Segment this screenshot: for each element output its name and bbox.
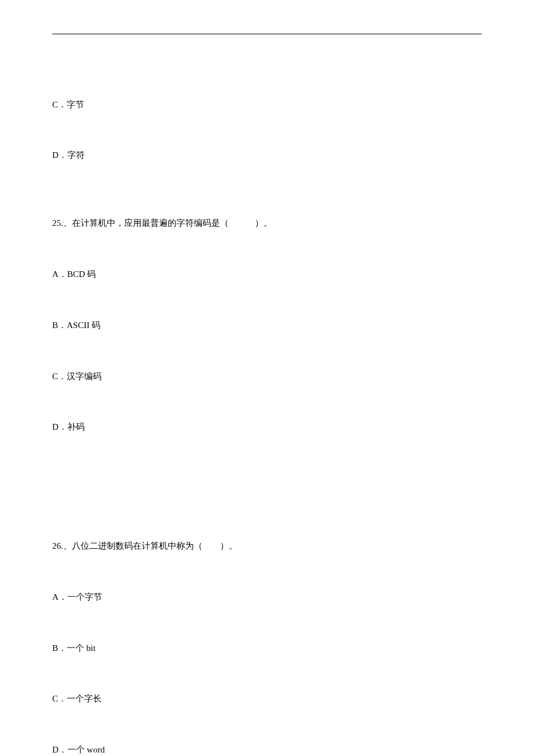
- header-rule: [52, 34, 482, 34]
- orphan-option-c: C．字节: [52, 96, 482, 113]
- question-26-option-b: B．一个 bit: [52, 640, 482, 657]
- question-25-stem: 25.、在计算机中，应用最普遍的字符编码是（ ）。: [52, 215, 482, 232]
- question-26-stem: 26.、八位二进制数码在计算机中称为（ ）。: [52, 538, 482, 555]
- question-26-option-a: A．一个字节: [52, 589, 482, 606]
- spacer: [52, 470, 482, 487]
- document-page: C．字节 D．字符 25.、在计算机中，应用最普遍的字符编码是（ ）。 A．BC…: [0, 0, 534, 756]
- question-26-option-d: D．一个 word: [52, 741, 482, 756]
- question-25-option-c: C．汉字编码: [52, 368, 482, 385]
- question-25-option-a: A．BCD 码: [52, 266, 482, 283]
- document-content: C．字节 D．字符 25.、在计算机中，应用最普遍的字符编码是（ ）。 A．BC…: [52, 62, 482, 756]
- orphan-option-d: D．字符: [52, 147, 482, 164]
- question-25-option-d: D．补码: [52, 419, 482, 435]
- question-26-option-c: C．一个字长: [52, 690, 482, 707]
- question-25-option-b: B．ASCII 码: [52, 317, 482, 334]
